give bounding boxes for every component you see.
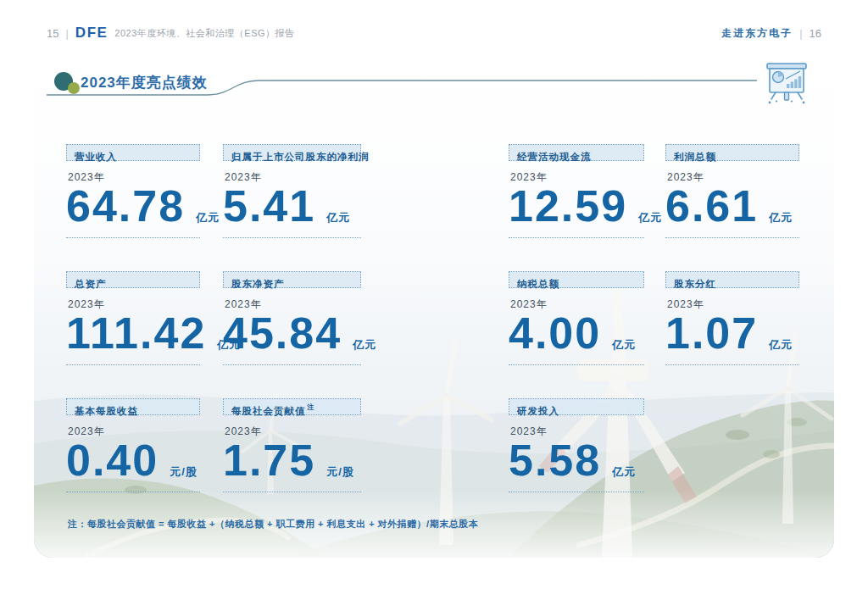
metric-label-box: 每股社会贡献值注: [223, 398, 361, 415]
metric-value-row: 4.00 亿元: [509, 308, 636, 358]
metric-divider: [66, 237, 200, 238]
metric-label: 基本每股收益: [75, 406, 138, 416]
metric-unit: 亿元: [353, 337, 376, 353]
company-logo: DFE: [75, 25, 108, 42]
presentation-chart-icon: [764, 61, 810, 105]
metric-unit: 亿元: [638, 210, 662, 225]
metric-divider: [66, 364, 200, 365]
metric-unit: 亿元: [612, 464, 636, 480]
metric-unit: 亿元: [769, 337, 793, 353]
metric-label: 营业收入: [75, 152, 117, 162]
metric-unit: 元/股: [170, 464, 198, 480]
metric-divider: [223, 364, 361, 365]
footnote: 注：每股社会贡献值 = 每股收益 +（纳税总额 + 职工费用 + 利息支出 + …: [68, 518, 478, 531]
metric-label: 研发投入: [517, 406, 559, 416]
metric-label: 归属于上市公司股东的净利润: [231, 152, 370, 162]
section-nav-label: 走进东方电子: [721, 26, 793, 41]
metric-value: 0.40: [66, 436, 159, 485]
metric-card: 营业收入 2023年 64.78 亿元: [66, 144, 200, 241]
metric-value: 12.59: [509, 181, 627, 231]
metric-value: 4.00: [509, 308, 601, 358]
metric-value-row: 111.42 亿元: [66, 308, 241, 358]
page-number-left: 15: [47, 27, 58, 40]
metric-value-row: 1.75 元/股: [223, 436, 354, 485]
metric-card: 股东分红 2023年 1.07 亿元: [665, 271, 799, 368]
metric-card: 研发投入 2023年 5.58 亿元: [509, 398, 644, 495]
metric-card: 归属于上市公司股东的净利润 2023年 5.41 亿元: [223, 144, 361, 241]
metric-divider: [223, 492, 361, 492]
leaf-dots-icon: [49, 66, 83, 100]
metric-label-box: 研发投入: [509, 398, 644, 415]
report-title: 2023年度环境、社会和治理（ESG）报告: [114, 27, 294, 40]
metric-unit: 亿元: [196, 210, 220, 225]
header-left: 15 | DFE 2023年度环境、社会和治理（ESG）报告: [47, 25, 295, 42]
metric-divider: [665, 237, 799, 238]
metric-value: 1.07: [665, 308, 758, 358]
metric-label-box: 归属于上市公司股东的净利润: [223, 144, 361, 161]
metric-value-row: 5.58 亿元: [509, 436, 636, 485]
section-title: 2023年度亮点绩效: [81, 73, 208, 92]
metric-value-row: 0.40 元/股: [66, 436, 198, 485]
metric-label-box: 营业收入: [66, 144, 200, 161]
header-right: 走进东方电子 | 16: [721, 26, 821, 41]
metric-card: 总资产 2023年 111.42 亿元: [66, 271, 200, 368]
metric-value: 64.78: [66, 181, 185, 231]
metric-value-row: 64.78 亿元: [66, 181, 220, 231]
metric-card: 经营活动现金流 2023年 12.59 亿元: [509, 144, 644, 241]
metric-divider: [665, 364, 799, 365]
metric-card: 基本每股收益 2023年 0.40 元/股: [66, 398, 200, 495]
metric-label: 经营活动现金流: [517, 152, 592, 162]
metric-note-mark: 注: [308, 403, 315, 411]
metric-label: 股东净资产: [231, 279, 285, 289]
metric-divider: [223, 237, 361, 238]
metric-value: 5.41: [223, 181, 315, 231]
metric-value-row: 12.59 亿元: [509, 181, 662, 231]
metric-value: 111.42: [66, 308, 206, 358]
metric-divider: [509, 364, 644, 365]
metric-label: 总资产: [75, 279, 107, 289]
metric-label: 每股社会贡献值: [231, 406, 306, 416]
metric-card: 利润总额 2023年 6.61 亿元: [665, 144, 799, 241]
metric-card: 每股社会贡献值注 2023年 1.75 元/股: [223, 398, 361, 495]
page-number-right: 16: [810, 27, 821, 40]
metric-unit: 亿元: [769, 210, 793, 225]
metric-label-box: 股东分红: [665, 271, 799, 288]
metric-label-box: 股东净资产: [223, 271, 361, 288]
metric-unit: 元/股: [326, 464, 354, 480]
header-separator: |: [65, 27, 68, 40]
metric-label-box: 纳税总额: [509, 271, 644, 288]
metric-label: 股东分红: [674, 279, 716, 289]
metric-value: 45.84: [223, 308, 342, 358]
header-separator: |: [799, 27, 802, 40]
metric-value-row: 5.41 亿元: [223, 181, 350, 231]
metric-label: 纳税总额: [517, 279, 559, 289]
metric-label: 利润总额: [674, 152, 716, 162]
metric-value: 6.61: [665, 181, 758, 231]
metric-value: 1.75: [223, 436, 315, 485]
metric-unit: 亿元: [326, 210, 350, 225]
metric-label-box: 利润总额: [665, 144, 799, 161]
metric-unit: 亿元: [612, 337, 636, 353]
page-header: 15 | DFE 2023年度环境、社会和治理（ESG）报告 走进东方电子 | …: [47, 22, 821, 44]
metric-divider: [509, 237, 644, 238]
metric-value: 5.58: [509, 436, 601, 485]
metric-divider: [509, 492, 644, 492]
metric-divider: [66, 492, 200, 492]
metric-value-row: 1.07 亿元: [665, 308, 793, 358]
metric-card: 股东净资产 2023年 45.84 亿元: [223, 271, 361, 368]
metric-label-box: 经营活动现金流: [509, 144, 644, 161]
metric-value-row: 6.61 亿元: [665, 181, 793, 231]
metric-label-box: 总资产: [66, 271, 200, 288]
metric-label-box: 基本每股收益: [66, 398, 200, 415]
metric-card: 纳税总额 2023年 4.00 亿元: [509, 271, 644, 368]
metric-value-row: 45.84 亿元: [223, 308, 376, 358]
